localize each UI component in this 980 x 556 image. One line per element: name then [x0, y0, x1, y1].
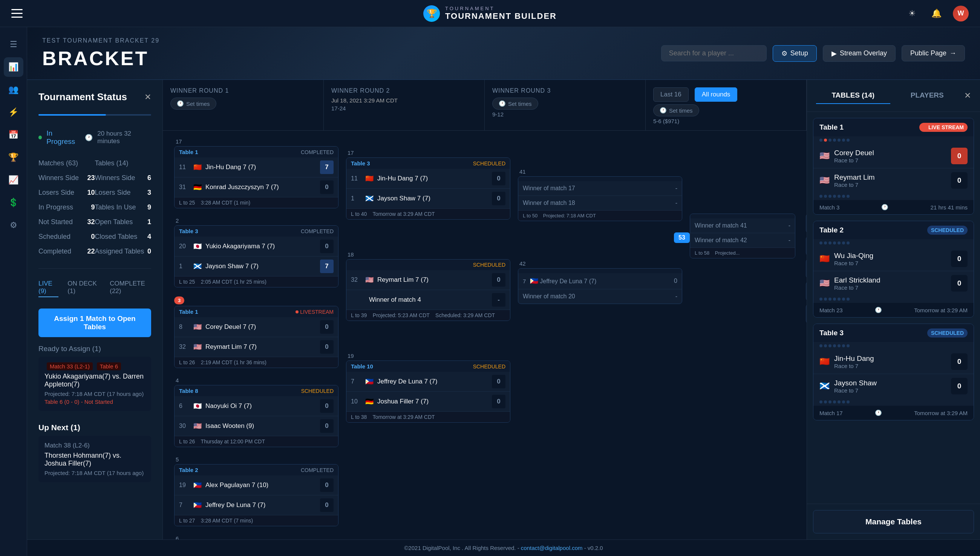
- right-panel-close-button[interactable]: ✕: [964, 91, 971, 100]
- sidebar-item-bar-chart[interactable]: 📈: [4, 170, 23, 190]
- table-2-players: 🇨🇳 Wu Jia-Qing Race to 7 0 🇺🇸: [813, 247, 974, 295]
- left-panel: Tournament Status ✕ In Progress 🕐 20 hou…: [27, 80, 163, 540]
- player-name-3-1: Corey Deuel 7 (7): [206, 323, 316, 331]
- sidebar-item-lightning[interactable]: ⚡: [4, 102, 23, 122]
- flag-r2-19-1: 🇵🇭: [365, 377, 374, 386]
- match-num-17: 17: [174, 138, 339, 145]
- set-times-btn-4[interactable]: 🕐 Set times: [653, 104, 699, 116]
- table-1-header: Table 1 LIVE STREAM: [813, 118, 974, 136]
- tab-complete[interactable]: COMPLETE (22): [110, 280, 151, 297]
- tab-tables[interactable]: TABLES (14): [816, 87, 890, 104]
- set-times-label-3: Set times: [508, 100, 532, 107]
- stat-label-2: Losers Side: [39, 189, 74, 197]
- top-nav: 🏆 TOURNAMENT TOURNAMENT BUILDER ☀ 🔔 W: [0, 0, 980, 27]
- table-2-p2-score: 0: [951, 275, 967, 292]
- dot-t2-7: [847, 241, 850, 244]
- notifications-button[interactable]: 🔔: [929, 6, 944, 21]
- match-3-footer: L to 26 2:19 AM CDT (1 hr 36 mins): [175, 357, 338, 368]
- status-label: In Progress: [46, 129, 80, 146]
- stat-label-9: Closed Tables: [95, 233, 138, 241]
- sidebar-item-trophy[interactable]: 🏆: [4, 148, 23, 167]
- footer-contact-link[interactable]: contact@digitalpool.com: [521, 545, 583, 551]
- match-num-r2-17: 17: [346, 150, 510, 156]
- player-name-r2-18-2: Winner of match 4: [369, 296, 488, 304]
- player-row-2-2: 1 🏴󠁧󠁢󠁳󠁣󠁴󠁿 Jayson Shaw 7 (7) 7: [175, 257, 338, 276]
- match-r2-17-table: Table 3: [351, 160, 370, 166]
- setup-button[interactable]: ⚙ Setup: [773, 45, 817, 62]
- tables-label: Tables (14): [95, 159, 128, 167]
- dot-t1-7: [847, 139, 850, 142]
- table-card-2: Table 2 SCHEDULED: [813, 221, 974, 318]
- tab-live[interactable]: LIVE (9): [39, 280, 58, 297]
- float-btn-search[interactable]: 🔍: [806, 281, 807, 301]
- stat-winners-side-tables: Winners Side 6: [95, 173, 152, 183]
- tab-on-deck[interactable]: ON DECK (1): [68, 280, 100, 297]
- tbd-block-42: 7 🇵🇭 Jeffrey De Luna 7 (7) 0 Winner of m…: [518, 268, 682, 304]
- sidebar-item-users[interactable]: 👥: [4, 80, 23, 99]
- bracket-content: 17 Table 1 COMPLETED 11 🇨🇳 Jin-Hu Dang 7…: [163, 131, 807, 540]
- match-2-table: Table 3: [179, 228, 198, 234]
- all-rounds-button[interactable]: All rounds: [695, 87, 738, 102]
- sidebar-item-dashboard[interactable]: ☰: [4, 35, 23, 54]
- sidebar-item-chart[interactable]: 📊: [4, 57, 23, 77]
- tab-players[interactable]: PLAYERS: [890, 87, 965, 104]
- clock-icon-r1: 🕐: [177, 100, 184, 107]
- tbd-row-53-1: Winner of match 41 -: [690, 218, 795, 233]
- table-3-footer: Match 17 🕐 Tomorrow at 3:29 AM: [813, 406, 974, 420]
- bracket-area: WINNER ROUND 1 🕐 Set times WINNER ROUND …: [163, 80, 807, 540]
- round3-label: WINNER ROUND 3: [492, 87, 638, 94]
- table-3-p2-sub: Race to 7: [834, 387, 946, 394]
- table-3-player-1: 🇨🇳 Jin-Hu Dang Race to 7 0: [813, 349, 974, 374]
- float-btn-list[interactable]: ☰: [806, 213, 807, 233]
- score-2-2: 7: [320, 260, 334, 273]
- public-page-button[interactable]: Public Page →: [902, 45, 965, 61]
- status-row: In Progress 🕐 20 hours 32 minutes: [39, 129, 151, 146]
- three-col: Tournament Status ✕ In Progress 🕐 20 hou…: [27, 80, 980, 540]
- dot2-t1-7: [847, 195, 850, 198]
- table-2-name: Table 2: [820, 226, 844, 234]
- sidebar-item-settings[interactable]: ⚙: [4, 215, 23, 235]
- score-4-2: 0: [320, 419, 334, 433]
- stat-val-8: 0: [91, 233, 95, 241]
- table-3-match: Match 17: [820, 410, 843, 416]
- hamburger-button[interactable]: [11, 5, 28, 22]
- stat-val-1: 6: [147, 174, 151, 182]
- round-header-2: WINNER ROUND 2 Jul 18, 2021 3:29 AM CDT …: [324, 80, 485, 130]
- stream-overlay-button[interactable]: ▶ Stream Overlay: [823, 45, 896, 62]
- panel-close-button[interactable]: ✕: [144, 92, 151, 102]
- manage-tables-button[interactable]: Manage Tables: [813, 510, 974, 533]
- player-name-5-1: Alex Pagulayan 7 (10): [206, 482, 316, 489]
- match-2-footer: L to 25 2:05 AM CDT (1 hr 25 mins): [175, 276, 338, 287]
- theme-toggle-button[interactable]: ☀: [905, 6, 920, 21]
- player-search-input[interactable]: [661, 45, 767, 61]
- avatar[interactable]: W: [953, 6, 969, 21]
- match-wrapper-41: 41 Winner of match 17 -: [518, 168, 682, 224]
- sidebar-item-calendar[interactable]: 📅: [4, 125, 23, 145]
- float-btn-zoom[interactable]: 🔎: [806, 304, 807, 323]
- match-num-41: 41: [518, 168, 682, 175]
- match-5-status: COMPLETED: [301, 467, 334, 473]
- public-page-label: Public Page: [910, 49, 946, 57]
- table-3-p1-score: 0: [951, 353, 967, 370]
- score-4-1: 0: [320, 399, 334, 413]
- dot-t1-2: [824, 139, 827, 142]
- last16-button[interactable]: Last 16: [653, 87, 688, 102]
- float-btn-doc[interactable]: 📄: [806, 259, 807, 278]
- match-17-header: Table 1 COMPLETED: [175, 147, 338, 157]
- match-num-6: 6: [174, 535, 339, 540]
- assign-match-button[interactable]: Assign 1 Match to Open Tables: [39, 309, 151, 337]
- match-ready-id: Match 33 (L2-1) Table 6: [44, 363, 145, 370]
- float-btn-download[interactable]: ⬇: [806, 236, 807, 256]
- match-2-header: Table 3 COMPLETED: [175, 226, 338, 236]
- player-row-17-1: 11 🇨🇳 Jin-Hu Dang 7 (7) 7: [175, 157, 338, 178]
- sidebar-item-dollar[interactable]: 💲: [4, 193, 23, 212]
- set-times-btn-1[interactable]: 🕐 Set times: [170, 97, 216, 110]
- match-wrapper-r2-17: 17 Table 3 SCHEDULED 11 🇨🇳 Jin-Hu Dang 7…: [346, 150, 510, 223]
- match-ready-players: Yukio Akagariyama(7) vs. Darren Appleton…: [44, 373, 145, 388]
- set-times-btn-3[interactable]: 🕐 Set times: [492, 97, 538, 110]
- tbd-name-53-1: Winner of match 41: [695, 222, 747, 229]
- match-ready-card: Match 33 (L2-1) Table 6 Yukio Akagariyam…: [39, 357, 151, 411]
- seed-3-2: 32: [179, 344, 190, 350]
- match-wrapper-4: 4 Table 8 SCHEDULED 6 🇯🇵 Naoyuki Oi 7 (7…: [174, 377, 339, 450]
- flag-r2-17-1: 🇨🇳: [365, 175, 374, 183]
